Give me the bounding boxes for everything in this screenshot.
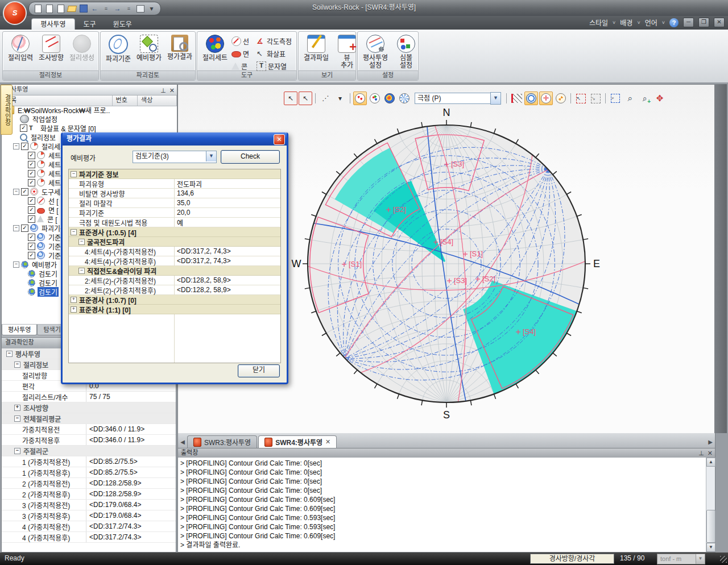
ribbon-button-평사투영 설정[interactable]: 평사투영설정: [360, 34, 391, 69]
checkbox-checked-icon[interactable]: ✓: [28, 215, 35, 223]
checkbox-checked-icon[interactable]: ✓: [20, 124, 27, 132]
result-row-2-[interactable]: 2 (가중치적용후)<DD:128.2/58.9>: [2, 489, 176, 500]
checkbox-checked-icon[interactable]: ✓: [28, 252, 35, 259]
expander-icon[interactable]: +: [71, 306, 77, 313]
grid-row--[interactable]: −굴곡전도파괴: [69, 237, 280, 247]
result-row-4-[interactable]: 4 (가중치적용전)<DD:317.2/74.3>: [2, 521, 176, 532]
close-icon[interactable]: ✕: [169, 86, 175, 95]
menu-언어[interactable]: 언어: [645, 18, 657, 27]
dialog-close-button[interactable]: 닫기: [238, 364, 280, 377]
result-row-1-[interactable]: 1 (가중치적용전)<DD:85.2/75.5>: [2, 456, 176, 467]
grid-row--[interactable]: −직접전도&슬라이딩 파괴: [69, 266, 280, 276]
checkbox-checked-icon[interactable]: ✓: [28, 170, 35, 177]
zoom-window-icon[interactable]: ⌕: [609, 92, 622, 105]
ribbon-tab-도구[interactable]: 도구: [75, 19, 105, 30]
slope-hatch-icon[interactable]: [510, 92, 523, 105]
cone-view-icon[interactable]: [554, 92, 568, 105]
expander-icon[interactable]: −: [14, 362, 20, 368]
ribbon-tab-평사투영[interactable]: 평사투영: [31, 18, 75, 30]
contour-plot-icon[interactable]: [383, 92, 396, 105]
result-row--[interactable]: 절리리스트/개수75 / 75: [2, 392, 176, 402]
checkbox-checked-icon[interactable]: ✓: [28, 179, 35, 186]
menu-스타일[interactable]: 스타일: [589, 18, 608, 27]
resize-grip[interactable]: [720, 556, 727, 563]
grid-row--[interactable]: −파괴기준 정보: [69, 169, 280, 179]
ribbon-button-절리입력[interactable]: 절리입력: [5, 34, 36, 69]
output-scrollbar[interactable]: ▲ ▼: [706, 458, 715, 552]
expander-icon[interactable]: −: [78, 268, 85, 274]
expander-icon[interactable]: −: [6, 351, 13, 357]
document-icon[interactable]: [34, 5, 42, 13]
tab-close-icon[interactable]: ✕: [325, 438, 330, 446]
document-icon[interactable]: [45, 5, 53, 13]
ribbon-button-절리세트[interactable]: 절리세트: [200, 34, 230, 69]
grid-row--[interactable]: 파괴기준20,0: [69, 208, 280, 218]
help-icon[interactable]: ?: [669, 18, 679, 27]
unit-dropdown-icon[interactable]: ▼: [696, 554, 705, 564]
grid-row-4-4-[interactable]: 4:세트(4)-(가중치적용후)<DD:317,2, 74,3>: [69, 256, 280, 266]
tree-column-색상[interactable]: 색상: [138, 95, 177, 106]
check-button[interactable]: Check: [221, 150, 280, 164]
result-row--[interactable]: +조사방향: [2, 402, 176, 413]
restore-icon[interactable]: ❐: [698, 18, 709, 27]
select-region-icon[interactable]: ↖: [574, 92, 588, 105]
combo-dropdown-icon[interactable]: ▼: [206, 151, 216, 161]
ribbon-small-button-화살표[interactable]: ↖화살표: [257, 48, 286, 59]
scroll-up-icon[interactable]: ▲: [706, 458, 715, 467]
tab-scroll-left-icon[interactable]: ◀: [178, 437, 187, 448]
expander-icon[interactable]: +: [71, 297, 77, 303]
save-icon[interactable]: [79, 5, 88, 13]
minimize-icon[interactable]: ─: [683, 18, 694, 27]
checkbox-checked-icon[interactable]: ✓: [28, 243, 35, 250]
expander-icon[interactable]: −: [14, 416, 20, 422]
checkbox-checked-icon[interactable]: ✓: [28, 152, 35, 159]
menu-배경[interactable]: 배경: [620, 18, 632, 27]
document-icon[interactable]: ≡: [102, 5, 110, 13]
pole-view-icon[interactable]: ✛: [539, 92, 553, 105]
grid-row-2-2-[interactable]: 2:세트(2)-(가중치적용후)<DD:128,2, 58,9>: [69, 285, 280, 295]
dialog-title-bar[interactable]: 평가결과 ✕: [63, 132, 287, 146]
document-icon[interactable]: [56, 5, 65, 13]
dialog-close-icon[interactable]: ✕: [274, 134, 285, 145]
checkbox-checked-icon[interactable]: ✓: [28, 206, 35, 214]
document-icon[interactable]: ≡: [125, 5, 133, 13]
tree-column-항목[interactable]: 항목: [2, 95, 113, 106]
result-row--[interactable]: −주절리군: [2, 446, 176, 456]
expander-icon[interactable]: −: [71, 171, 77, 177]
zoom-in-icon[interactable]: ⌕+: [638, 92, 652, 105]
checkbox-checked-icon[interactable]: ✓: [28, 161, 35, 168]
ribbon-small-button-문자열[interactable]: T문자열: [257, 60, 287, 72]
toolbar-options-icon[interactable]: ▾: [147, 5, 156, 13]
grid-row--[interactable]: 비탈면 경사방향134,6: [69, 189, 280, 198]
ribbon-small-button-선[interactable]: 선: [231, 35, 249, 47]
grid-row--1-0-5-4-[interactable]: −표준경사 (1:0.5) [4]: [69, 227, 280, 237]
checkbox-checked-icon[interactable]: ✓: [21, 225, 28, 232]
zoom-dynamic-icon[interactable]: ⌕: [623, 92, 637, 105]
expander-icon[interactable]: −: [14, 448, 20, 454]
close-icon[interactable]: ✕: [708, 449, 713, 458]
expander-icon[interactable]: −: [13, 143, 19, 149]
tree-item-E-SoilWorks-Rock-[interactable]: E:₩SoilWorks-Rock₩새 프로..: [2, 105, 177, 114]
result-row--[interactable]: 가중치적용전<DD:346.0 / 11.9>: [2, 424, 176, 435]
select-arrow-icon[interactable]: ↖: [284, 92, 297, 105]
tree-item--0-[interactable]: ✓T화살표 & 문자열 [0]: [2, 123, 177, 132]
grid-row-2-2-[interactable]: 2:세트(2)-(가중치적용전)<DD:128,2, 58,9>: [69, 276, 280, 285]
close-icon[interactable]: ✕: [714, 18, 725, 27]
ribbon-small-button-각도측정[interactable]: ∡각도측정: [257, 35, 292, 47]
criterion-combobox[interactable]: 검토기준(3) ▼: [133, 151, 217, 163]
deselect-arrow-icon[interactable]: ↖: [299, 92, 312, 105]
deselect-region-icon[interactable]: ↘: [589, 92, 602, 105]
undo-icon[interactable]: ←: [90, 5, 99, 13]
expander-icon[interactable]: −: [71, 229, 77, 235]
console-log[interactable]: > [PROFILING] Contour Grid Calc Time: 0[…: [178, 458, 706, 552]
ribbon-small-button-면[interactable]: 면: [231, 48, 249, 59]
grid-row-4-4-[interactable]: 4:세트(4)-(가중치적용전)<DD:317,2, 74,3>: [69, 247, 280, 256]
great-circle-view-icon[interactable]: [524, 92, 538, 105]
result-row-3-[interactable]: 3 (가중치적용후)<DD:179.0/68.4>: [2, 510, 176, 521]
open-icon[interactable]: [68, 5, 76, 13]
symbol-plot-icon[interactable]: [368, 92, 382, 105]
app-logo-icon[interactable]: S: [3, 1, 27, 25]
ribbon-button-결과파일[interactable]: 결과파일: [301, 34, 332, 69]
result-row-1-[interactable]: 1 (가중치적용후)<DD:85.2/75.5>: [2, 467, 176, 478]
result-row-3-[interactable]: 3 (가중치적용전)<DD:179.0/68.4>: [2, 500, 176, 510]
